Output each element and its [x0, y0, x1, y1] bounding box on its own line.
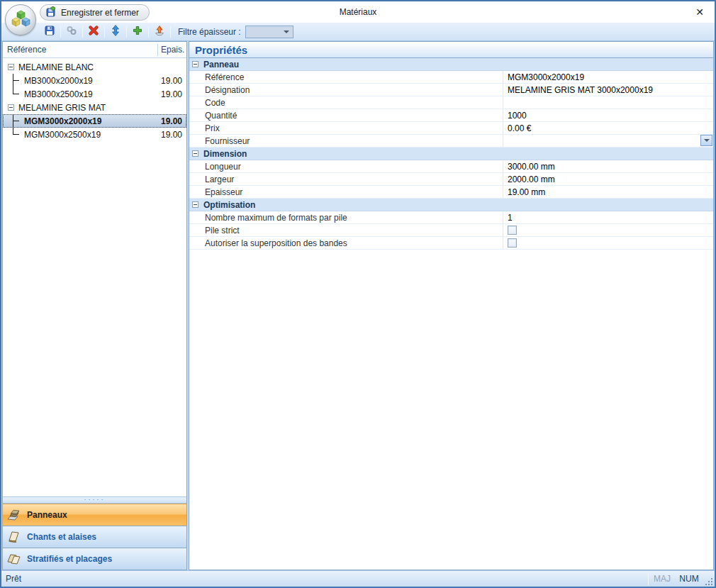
prop-group-dimension[interactable]: Dimension [189, 148, 713, 160]
resize-grip[interactable] [704, 577, 713, 586]
status-num-indicator: NUM [676, 574, 703, 584]
main-area: Référence Epais. MELAMINE BLANC MB3000x2… [1, 41, 715, 570]
tree-item-selected[interactable]: MGM3000x2000x19 19.00 [3, 114, 186, 128]
superposition-bandes-checkbox[interactable] [508, 238, 517, 248]
prop-label: Pile strict [189, 224, 503, 236]
prop-value[interactable] [503, 96, 713, 109]
tree-branch-icon [3, 87, 24, 101]
prop-row-superposition-bandes[interactable]: Autoriser la superposition des bandes [189, 237, 713, 250]
move-button[interactable] [107, 24, 124, 40]
tree-group-melamine-gris-mat[interactable]: MELAMINE GRIS MAT [3, 101, 186, 114]
prop-group-optimisation[interactable]: Optimisation [189, 199, 713, 211]
tree-item-label: MGM3000x2000x19 [24, 116, 158, 126]
nav-panneaux-button[interactable]: Panneaux [3, 504, 186, 526]
prop-row-designation[interactable]: Désignation MELAMINE GRIS MAT 3000x2000x… [189, 84, 713, 96]
tree-group-label: MELAMINE GRIS MAT [18, 103, 186, 113]
application-menu-button[interactable] [5, 4, 36, 35]
prop-label: Quantité [189, 109, 503, 121]
import-button[interactable] [151, 24, 168, 40]
toolbar-separator [126, 26, 127, 38]
splitter-grip-icon: ····· [84, 497, 106, 501]
tree-item-label: MB3000x2000x19 [24, 76, 158, 86]
tree-column-headers[interactable]: Référence Epais. [3, 42, 186, 58]
laminates-icon [6, 551, 22, 567]
nav-stratifies-button[interactable]: Stratifiés et placages [3, 548, 186, 570]
prop-value[interactable]: 3000.00 mm [503, 160, 713, 172]
up-down-arrow-icon [110, 25, 121, 39]
prop-value[interactable]: 19.00 mm [503, 186, 713, 198]
collapse-icon[interactable] [192, 61, 198, 67]
prop-value[interactable]: MELAMINE GRIS MAT 3000x2000x19 [503, 84, 713, 96]
properties-empty-area [189, 250, 713, 570]
collapse-icon[interactable] [8, 104, 14, 111]
prop-value[interactable]: 1000 [503, 109, 713, 121]
panels-stack-icon [6, 507, 22, 523]
prop-value[interactable]: 2000.00 mm [503, 173, 713, 185]
cubes-logo-icon [11, 10, 30, 30]
prop-row-fournisseur[interactable]: Fournisseur [189, 135, 713, 148]
tree-branch-icon [3, 74, 24, 87]
prop-row-reference[interactable]: Référence MGM3000x2000x19 [189, 71, 713, 84]
panel-splitter[interactable]: ····· [3, 497, 186, 504]
tree-item[interactable]: MGM3000x2500x19 19.00 [3, 128, 186, 141]
prop-label: Epaisseur [189, 186, 503, 198]
delete-button[interactable] [85, 24, 102, 40]
filter-thickness-combobox[interactable] [245, 26, 293, 38]
collapse-icon[interactable] [192, 201, 198, 208]
status-caps-indicator: MAJ [649, 574, 676, 584]
filter-thickness-label: Filtre épaisseur : [178, 27, 241, 37]
prop-label: Fournisseur [189, 135, 503, 147]
prop-row-prix[interactable]: Prix 0.00 € [189, 122, 713, 135]
save-and-close-button[interactable]: Enregistrer et fermer [40, 4, 150, 21]
save-button[interactable] [41, 24, 58, 40]
materials-window: Matériaux Enregistrer et fermer ✕ [0, 0, 716, 588]
properties-title: Propriétés [189, 42, 713, 58]
prop-label: Code [189, 96, 503, 109]
collapse-icon[interactable] [192, 150, 198, 157]
prop-row-longueur[interactable]: Longueur 3000.00 mm [189, 160, 713, 173]
collapse-icon[interactable] [8, 64, 14, 70]
status-ready-label: Prêt [1, 574, 648, 584]
pile-strict-checkbox[interactable] [508, 226, 517, 235]
tree-item-thickness: 19.00 [158, 89, 186, 99]
prop-value [503, 237, 713, 249]
prop-row-pile-strict[interactable]: Pile strict [189, 224, 713, 237]
prop-value[interactable]: 1 [503, 211, 713, 223]
close-button[interactable]: ✕ [690, 4, 709, 20]
link-button[interactable] [63, 24, 80, 40]
plus-icon [132, 25, 143, 39]
prop-row-quantite[interactable]: Quantité 1000 [189, 109, 713, 122]
column-header-reference[interactable]: Référence [3, 45, 157, 55]
chevron-down-icon [284, 30, 289, 33]
prop-value[interactable]: 0.00 € [503, 122, 713, 134]
prop-row-nb-formats-pile[interactable]: Nombre maximum de formats par pile 1 [189, 211, 713, 224]
tree-group-label: MELAMINE BLANC [18, 62, 186, 72]
fournisseur-dropdown-button[interactable] [700, 135, 712, 146]
add-button[interactable] [129, 24, 146, 40]
nav-chants-button[interactable]: Chants et alaises [3, 526, 186, 548]
prop-row-code[interactable]: Code [189, 96, 713, 109]
nav-stratifies-label: Stratifiés et placages [27, 554, 112, 564]
prop-value[interactable] [503, 135, 713, 147]
prop-group-panneau[interactable]: Panneau [189, 58, 713, 71]
tree-item[interactable]: MB3000x2000x19 19.00 [3, 74, 186, 87]
tree-item[interactable]: MB3000x2500x19 19.00 [3, 87, 186, 101]
column-header-thickness[interactable]: Epais. [158, 45, 186, 55]
material-tree: MELAMINE BLANC MB3000x2000x19 19.00 MB30… [3, 58, 186, 497]
toolbar-separator [82, 26, 83, 38]
toolbar-separator [170, 26, 171, 38]
status-bar: Prêt MAJ NUM [1, 570, 715, 587]
tree-branch-icon [3, 114, 24, 128]
tree-group-melamine-blanc[interactable]: MELAMINE BLANC [3, 60, 186, 74]
nav-panneaux-label: Panneaux [27, 510, 67, 520]
prop-row-largeur[interactable]: Largeur 2000.00 mm [189, 173, 713, 186]
close-icon: ✕ [695, 6, 704, 18]
tree-item-label: MB3000x2500x19 [24, 89, 158, 99]
prop-label: Prix [189, 122, 503, 134]
prop-group-label: Panneau [203, 60, 239, 70]
prop-value[interactable]: MGM3000x2000x19 [503, 71, 713, 83]
prop-value [503, 224, 713, 236]
prop-row-epaisseur[interactable]: Epaisseur 19.00 mm [189, 186, 713, 199]
delete-x-icon [88, 25, 99, 39]
nav-chants-label: Chants et alaises [27, 532, 96, 542]
